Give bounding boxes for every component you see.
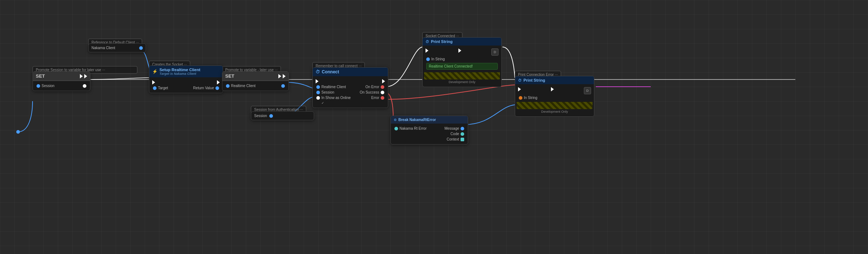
print-success-instring-pin[interactable] xyxy=(426,57,430,61)
set-realtime-node: SET Realtime Client xyxy=(222,71,289,91)
set-realtime-label: Realtime Client xyxy=(231,84,256,88)
set-session-header: SET xyxy=(36,73,45,79)
print-error-dev-label: Development Only xyxy=(517,109,593,114)
print-string-success-header: ⏱ Print String xyxy=(423,38,501,46)
setup-exec-in[interactable] xyxy=(152,80,155,85)
set-session-node: SET Session xyxy=(33,71,90,91)
connect-error-pin[interactable] xyxy=(381,96,384,100)
setup-realtime-header: ⚡ Setup Realtime Client Target is Nakama… xyxy=(149,66,223,77)
break-nakama-node: ⚙ Break NakamaRtError Nakama Rt Error Me… xyxy=(390,116,468,145)
print-success-exec-out[interactable] xyxy=(458,48,461,53)
set-session-exec-out[interactable] xyxy=(84,74,87,78)
setup-return-pin[interactable] xyxy=(215,86,219,90)
print-error-exec-in[interactable] xyxy=(518,87,521,91)
session-auth-pin[interactable] xyxy=(269,114,273,118)
set-realtime-header: SET xyxy=(225,73,234,79)
set-realtime-exec-out[interactable] xyxy=(283,74,286,78)
session-auth-node: Session xyxy=(251,111,314,120)
connect-realtime-pin[interactable] xyxy=(316,85,320,89)
print-string-success-node: ⏱ Print String D In String Realtime Clie… xyxy=(422,37,502,87)
connect-session-pin[interactable] xyxy=(316,91,320,94)
connect-node: ⏱ Connect Realtime Client On Error Sessi… xyxy=(312,67,388,108)
setup-target-pin[interactable] xyxy=(153,86,157,90)
connect-header: ⏱ Connect xyxy=(313,68,388,76)
connect-on-success-pin[interactable] xyxy=(381,91,384,94)
connect-exec-in[interactable] xyxy=(316,79,318,83)
setup-target-label: Target xyxy=(158,86,168,90)
connect-on-error-pin[interactable] xyxy=(381,85,384,89)
nakama-client-pin[interactable] xyxy=(139,46,143,50)
print-string-success-title: Print String xyxy=(431,39,453,44)
show-online-check[interactable]: ✓ xyxy=(321,101,324,105)
print-error-dev-only xyxy=(517,102,593,109)
connect-title: Connect xyxy=(322,69,339,74)
set-session-pin-label: Session xyxy=(42,84,55,88)
nakama-client-label: Nakama Client xyxy=(91,46,115,50)
connect-show-online-pin[interactable] xyxy=(316,96,320,100)
session-auth-label: Session xyxy=(254,114,267,118)
setup-return-label: Return Value xyxy=(193,86,214,90)
setup-realtime-subtitle: Target is Nakama Client xyxy=(159,72,200,76)
setup-exec-out[interactable] xyxy=(217,80,220,85)
set-realtime-pin[interactable] xyxy=(226,84,230,88)
break-nakama-title: Break NakamaRtError xyxy=(398,118,436,122)
print-error-d-box[interactable]: D xyxy=(584,87,591,94)
break-nakama-header: ⚙ Break NakamaRtError xyxy=(391,116,468,124)
print-string-error-node: ⏱ Print String D In String Development O… xyxy=(515,76,594,117)
set-realtime-exec-in[interactable] xyxy=(278,74,281,78)
print-success-dev-only xyxy=(424,72,500,79)
break-nakama-code-pin[interactable] xyxy=(461,132,464,136)
break-nakama-message-pin[interactable] xyxy=(461,127,464,130)
svg-point-0 xyxy=(16,130,20,134)
print-error-instring-pin[interactable] xyxy=(519,96,522,100)
setup-realtime-node: ⚡ Setup Realtime Client Target is Nakama… xyxy=(149,65,223,93)
connect-exec-out[interactable] xyxy=(382,79,385,83)
set-session-pin[interactable] xyxy=(37,84,40,88)
setup-realtime-title: Setup Realtime Client xyxy=(159,68,200,72)
print-string-error-header: ⏱ Print String xyxy=(515,76,594,84)
set-session-exec-in[interactable] xyxy=(80,74,83,78)
break-nakama-input-pin[interactable] xyxy=(394,127,398,130)
set-realtime-out-pin[interactable] xyxy=(281,84,285,88)
print-string-error-title: Print String xyxy=(523,78,545,82)
print-success-d-box[interactable]: D xyxy=(491,48,499,56)
print-error-exec-out[interactable] xyxy=(551,87,554,91)
print-success-dev-label: Development Only xyxy=(424,79,500,85)
nakama-client-node: Nakama Client xyxy=(88,43,146,52)
print-success-string-value[interactable]: Realtime Client Connected! xyxy=(426,63,498,70)
set-session-out-pin[interactable] xyxy=(83,84,86,88)
print-success-exec-in[interactable] xyxy=(426,48,428,53)
break-nakama-context-pin[interactable] xyxy=(461,138,464,141)
